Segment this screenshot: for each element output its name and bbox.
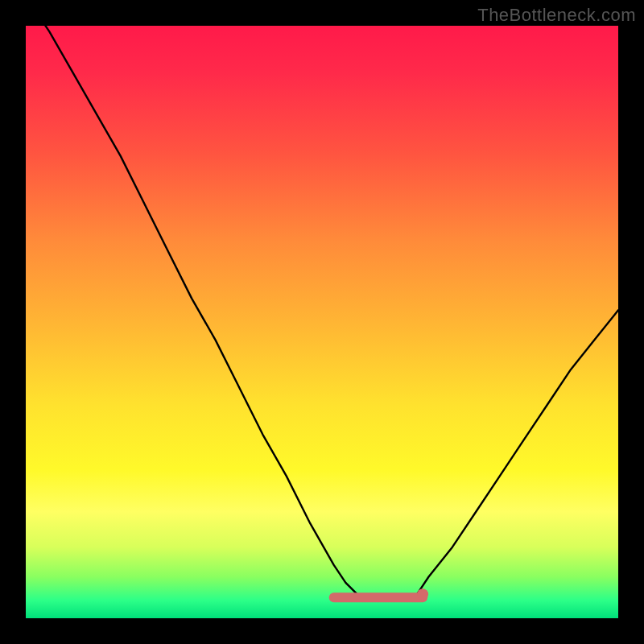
bottleneck-curve <box>26 26 618 601</box>
watermark-text: TheBottleneck.com <box>477 5 636 26</box>
plot-area <box>26 26 618 618</box>
bottleneck-curve-svg <box>26 26 618 618</box>
chart-frame: TheBottleneck.com <box>0 0 644 644</box>
flat-segment-end-dot <box>417 588 428 600</box>
